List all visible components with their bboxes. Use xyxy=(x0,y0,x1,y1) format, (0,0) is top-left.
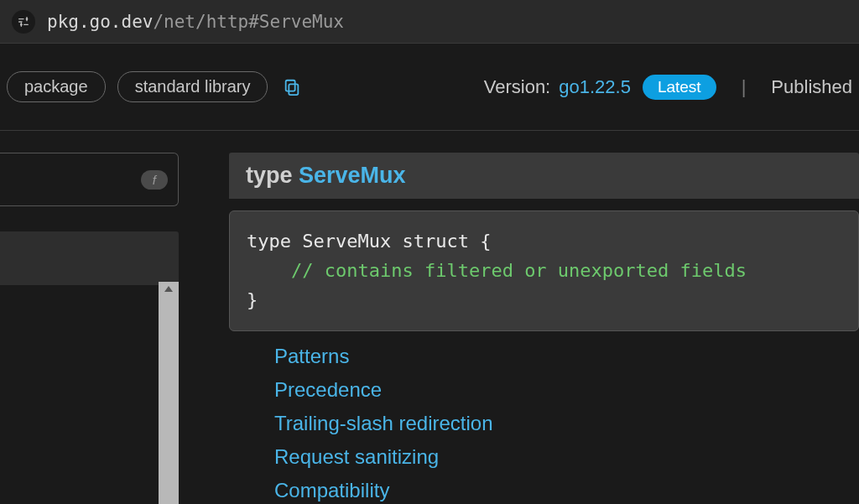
scrollbar-up-arrow[interactable] xyxy=(164,286,173,292)
filter-shortcut-pill: f xyxy=(141,170,168,190)
url-path: /net/http#ServeMux xyxy=(153,12,344,32)
svg-rect-2 xyxy=(289,84,299,95)
main-content: type ServeMux type ServeMux struct { // … xyxy=(179,131,859,504)
site-settings-icon[interactable] xyxy=(12,10,35,34)
sidebar-selected-band[interactable] xyxy=(0,231,179,285)
version-value[interactable]: go1.22.5 xyxy=(559,76,631,98)
content-area: f type ServeMux type ServeMux struct { /… xyxy=(0,131,859,504)
copy-icon[interactable] xyxy=(283,78,301,96)
badge-package[interactable]: package xyxy=(7,71,106,102)
section-link[interactable]: Request sanitizing xyxy=(274,445,859,469)
section-link[interactable]: Precedence xyxy=(274,378,859,402)
sidebar: f xyxy=(0,131,179,504)
svg-point-0 xyxy=(26,18,29,20)
header-row: package standard library Version: go1.22… xyxy=(0,44,859,131)
type-keyword: type xyxy=(246,163,293,188)
latest-pill[interactable]: Latest xyxy=(643,75,716,100)
code-line: } xyxy=(247,285,841,314)
address-bar: pkg.go.dev/net/http#ServeMux xyxy=(0,0,859,44)
section-link[interactable]: Trailing-slash redirection xyxy=(274,412,859,435)
url-host: pkg.go.dev xyxy=(47,12,153,32)
version-block: Version: go1.22.5 Latest | Published xyxy=(484,75,852,100)
section-links-list: Patterns Precedence Trailing-slash redir… xyxy=(229,345,859,502)
sidebar-scrollbar[interactable] xyxy=(159,282,179,504)
sidebar-filter-box[interactable]: f xyxy=(0,153,179,206)
section-link[interactable]: Patterns xyxy=(274,345,859,368)
version-label: Version: xyxy=(484,76,551,98)
section-link[interactable]: Compatibility xyxy=(274,479,859,502)
type-name[interactable]: ServeMux xyxy=(299,163,406,188)
svg-rect-3 xyxy=(286,80,295,91)
url-text[interactable]: pkg.go.dev/net/http#ServeMux xyxy=(47,12,344,32)
code-comment: // contains filtered or unexported field… xyxy=(247,256,841,285)
header-divider: | xyxy=(742,76,747,98)
published-label: Published xyxy=(771,76,852,98)
badge-stdlib[interactable]: standard library xyxy=(117,71,268,102)
code-line: type ServeMux struct { xyxy=(247,226,841,256)
type-header: type ServeMux xyxy=(229,153,859,199)
code-block: type ServeMux struct { // contains filte… xyxy=(229,210,859,331)
svg-point-1 xyxy=(20,23,23,26)
